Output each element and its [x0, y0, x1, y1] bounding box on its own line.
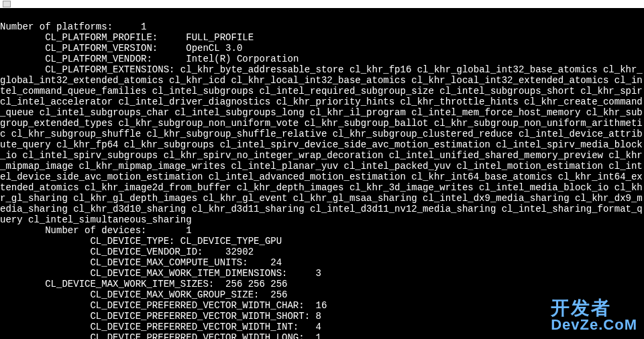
device-pvw-char-label: CL_DEVICE_PREFERRED_VECTOR_WIDTH_CHAR:: [90, 300, 304, 311]
device-pvw-int-value: 4: [316, 322, 321, 332]
device-max-wid-line: CL_DEVICE_MAX_WORK_ITEM_DIMENSIONS: 3: [0, 268, 321, 279]
device-pvw-long-label: CL_DEVICE_PREFERRED_VECTOR_WIDTH_LONG:: [90, 332, 304, 339]
device-max-wid-value: 3: [316, 268, 321, 279]
platform-profile-line: CL_PLATFORM_PROFILE: FULL_PROFILE: [0, 32, 254, 43]
device-pvw-int-label: CL_DEVICE_PREFERRED_VECTOR_WIDTH_INT:: [90, 322, 299, 332]
platform-extensions-label: CL_PLATFORM_EXTENSIONS:: [45, 64, 174, 75]
device-max-wis-label: CL_DEVICE_MAX_WORK_ITEM_SIZES:: [45, 279, 214, 289]
platform-profile-value: FULL_PROFILE: [186, 32, 254, 43]
platform-vendor-line: CL_PLATFORM_VENDOR: Intel(R) Corporation: [0, 54, 299, 64]
device-max-wid-label: CL_DEVICE_MAX_WORK_ITEM_DIMENSIONS:: [90, 268, 287, 279]
platform-version-value: OpenCL 3.0: [186, 43, 242, 54]
device-max-wgs-value: 256: [270, 289, 287, 300]
title-bar: [0, 0, 644, 8]
num-platforms-value: 1: [141, 21, 146, 32]
device-pvw-short-line: CL_DEVICE_PREFERRED_VECTOR_WIDTH_SHORT: …: [0, 311, 321, 322]
device-type-label: CL_DEVICE_TYPE:: [90, 236, 174, 247]
platform-vendor-value: Intel(R) Corporation: [186, 54, 299, 64]
device-pvw-int-line: CL_DEVICE_PREFERRED_VECTOR_WIDTH_INT: 4: [0, 322, 321, 332]
num-devices-value: 1: [186, 225, 191, 236]
device-max-wgs-line: CL_DEVICE_MAX_WORK_GROUP_SIZE: 256: [0, 289, 288, 300]
num-platforms-label: Number of platforms:: [0, 21, 113, 32]
platform-extensions-value: cl_khr_byte_addressable_store cl_khr_fp1…: [0, 64, 644, 225]
device-max-cu-label: CL_DEVICE_MAX_COMPUTE_UNITS:: [90, 257, 248, 268]
device-pvw-char-line: CL_DEVICE_PREFERRED_VECTOR_WIDTH_CHAR: 1…: [0, 300, 327, 311]
num-platforms-line: Number of platforms: 1: [0, 21, 146, 32]
device-max-wgs-label: CL_DEVICE_MAX_WORK_GROUP_SIZE:: [90, 289, 259, 300]
device-vendor-id-value: 32902: [225, 247, 254, 257]
window-icon: [3, 1, 11, 7]
device-max-cu-value: 24: [270, 257, 282, 268]
device-max-wis-line: CL_DEVICE_MAX_WORK_ITEM_SIZES: 256 256 2…: [0, 279, 288, 289]
device-vendor-id-line: CL_DEVICE_VENDOR_ID: 32902: [0, 247, 254, 257]
device-vendor-id-label: CL_DEVICE_VENDOR_ID:: [90, 247, 203, 257]
platform-vendor-label: CL_PLATFORM_VENDOR:: [45, 54, 152, 64]
device-type-value: CL_DEVICE_TYPE_GPU: [180, 236, 282, 247]
console-output: Number of platforms: 1 CL_PLATFORM_PROFI…: [0, 8, 644, 339]
device-pvw-long-value: 1: [316, 332, 321, 339]
device-pvw-char-value: 16: [316, 300, 327, 311]
num-devices-line: Number of devices: 1: [0, 225, 192, 236]
device-pvw-long-line: CL_DEVICE_PREFERRED_VECTOR_WIDTH_LONG: 1: [0, 332, 321, 339]
device-max-cu-line: CL_DEVICE_MAX_COMPUTE_UNITS: 24: [0, 257, 282, 268]
platform-extensions-line: CL_PLATFORM_EXTENSIONS: cl_khr_byte_addr…: [0, 64, 644, 225]
platform-profile-label: CL_PLATFORM_PROFILE:: [45, 32, 158, 43]
platform-version-line: CL_PLATFORM_VERSION: OpenCL 3.0: [0, 43, 242, 54]
num-devices-label: Number of devices:: [45, 225, 146, 236]
device-pvw-short-label: CL_DEVICE_PREFERRED_VECTOR_WIDTH_SHORT:: [90, 311, 310, 322]
device-pvw-short-value: 8: [315, 311, 321, 322]
platform-version-label: CL_PLATFORM_VERSION:: [45, 43, 158, 54]
device-max-wis-value: 256 256 256: [225, 279, 287, 289]
device-type-line: CL_DEVICE_TYPE: CL_DEVICE_TYPE_GPU: [0, 236, 282, 247]
